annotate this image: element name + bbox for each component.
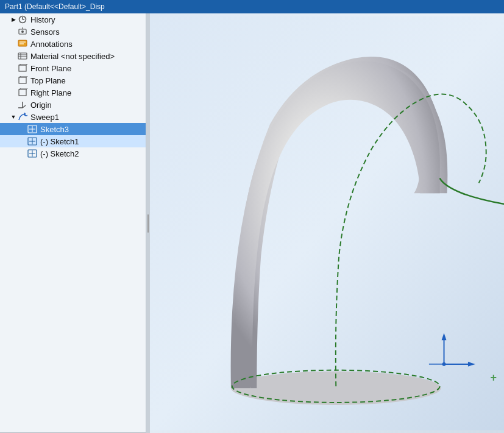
- svg-rect-21: [19, 90, 26, 96]
- plane-icon: [17, 76, 28, 85]
- feature-tree: ▶ History Sensors: [0, 13, 146, 433]
- viewport[interactable]: +: [150, 13, 504, 433]
- annotations-icon: [17, 39, 28, 49]
- sidebar-item-label: Right Plane: [30, 88, 71, 97]
- sidebar-item-label: Sketch3: [40, 125, 69, 134]
- chevron-right-icon: ▶: [10, 16, 17, 23]
- history-icon: [17, 15, 28, 24]
- sketch-icon: [27, 124, 38, 134]
- sketch-icon: [27, 149, 38, 158]
- sidebar-item-sketch2[interactable]: (-) Sketch2: [0, 147, 146, 160]
- sidebar-item-label: Top Plane: [30, 76, 66, 85]
- sidebar-item-label: Origin: [30, 100, 52, 110]
- title-bar: Part1 (Default<<Default>_Disp: [0, 0, 504, 13]
- sidebar-item-material[interactable]: Material <not specified>: [0, 50, 146, 62]
- svg-point-50: [442, 362, 446, 366]
- sidebar-item-sweep1[interactable]: ▼ Sweep1: [0, 111, 146, 123]
- title-bar-text: Part1 (Default<<Default>_Disp: [5, 2, 105, 11]
- origin-icon: [17, 100, 28, 110]
- svg-rect-13: [19, 65, 26, 71]
- sidebar-item-sketch1[interactable]: (-) Sketch1: [0, 135, 146, 147]
- sidebar-item-right-plane[interactable]: Right Plane: [0, 86, 146, 99]
- sidebar-item-front-plane[interactable]: Front Plane: [0, 62, 146, 74]
- sidebar-item-label: (-) Sketch1: [40, 137, 79, 146]
- plane-icon: [17, 63, 28, 73]
- svg-rect-9: [18, 53, 27, 59]
- svg-rect-17: [19, 77, 26, 83]
- sidebar-item-top-plane[interactable]: Top Plane: [0, 74, 146, 86]
- sketch-icon: [27, 136, 38, 146]
- sensors-icon: [17, 27, 28, 37]
- svg-point-4: [21, 30, 24, 33]
- sidebar-item-label: Sweep1: [30, 113, 59, 122]
- sidebar-item-sensors[interactable]: Sensors: [0, 26, 146, 38]
- sidebar-item-label: Material <not specified>: [30, 52, 115, 61]
- sidebar-item-label: Sensors: [30, 27, 60, 37]
- material-icon: [17, 51, 28, 61]
- sidebar-item-label: (-) Sketch2: [40, 149, 79, 158]
- sidebar-item-sketch3[interactable]: Sketch3: [0, 123, 146, 135]
- viewport-plus-icon: +: [490, 371, 497, 384]
- sidebar-item-annotations[interactable]: Annotations: [0, 38, 146, 50]
- model-svg: [150, 13, 504, 433]
- model-canvas: [150, 13, 504, 433]
- main-layout: ▶ History Sensors: [0, 13, 504, 433]
- sidebar-item-label: Annotations: [30, 40, 73, 49]
- sidebar-item-label: History: [30, 15, 55, 24]
- sweep-icon: [17, 112, 28, 122]
- plane-icon: [17, 88, 28, 97]
- sidebar-item-history[interactable]: ▶ History: [0, 13, 146, 26]
- svg-rect-6: [18, 40, 27, 46]
- chevron-down-icon: ▼: [10, 114, 17, 120]
- sidebar-item-label: Front Plane: [30, 64, 71, 73]
- sidebar-item-origin[interactable]: Origin: [0, 99, 146, 111]
